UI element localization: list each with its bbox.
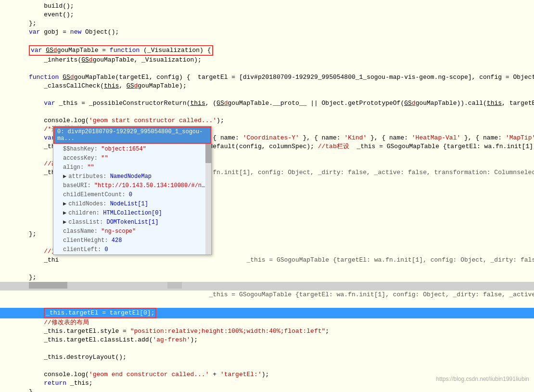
- debug-tooltip[interactable]: 0: div#p20180709-192929_995054800_1_sogo…: [53, 126, 212, 255]
- tooltip-row: className: "ng-scope": [55, 227, 209, 236]
- code-line: _thi _this = GSogouMapTable {targetEl: w…: [0, 256, 534, 265]
- tooltip-row: ▶children: HTMLCollection[0]: [55, 209, 209, 218]
- code-line: _this.targetEl.classList.add('ag-fresh')…: [0, 336, 534, 344]
- tooltip-row: baseURI: "http://10.143.50.134:10080/#/n…: [55, 181, 209, 190]
- code-line: [0, 64, 534, 73]
- watermark: https://blog.csdn.net/liubin1991liubin: [436, 376, 529, 382]
- tooltip-row: clientLeft: 0: [55, 245, 209, 254]
- tooltip-row: align: "": [55, 163, 209, 172]
- code-line: _this = GSogouMapTable {targetEl: wa.fn.…: [0, 291, 534, 299]
- tooltip-header: 0: div#p20180709-192929_995054800_1_sogo…: [53, 126, 211, 144]
- scrollbar-thumb[interactable]: [205, 144, 211, 163]
- code-line: [0, 108, 534, 116]
- code-line: _this.destroyLayout();: [0, 353, 534, 362]
- tooltip-row: accessKey: "": [55, 154, 209, 163]
- tooltip-row: childElementCount: 0: [55, 190, 209, 200]
- tooltip-body: $$hashKey: "object:1654" accessKey: "" a…: [53, 144, 211, 254]
- code-line: };: [0, 273, 534, 282]
- code-line: build();: [0, 2, 534, 11]
- code-container: build(); event(); }; var gobj = new Obje…: [0, 0, 534, 392]
- code-line: function GSdgouMapTable(targetEl, config…: [0, 73, 534, 82]
- tooltip-row: ▶attributes: NamedNodeMap: [55, 172, 209, 181]
- code-line: [0, 299, 534, 308]
- code-line: [0, 344, 534, 353]
- tooltip-scrollbar[interactable]: [205, 144, 211, 254]
- code-line: };: [0, 19, 534, 28]
- code-line: [0, 282, 534, 291]
- code-line: [0, 90, 534, 99]
- code-line: [0, 265, 534, 273]
- highlighted-assignment-line: _this.targetEl = targetEl[0];: [0, 308, 534, 318]
- tooltip-row: $$hashKey: "object:1654": [55, 145, 209, 154]
- code-line: console.log('geom start constructor call…: [0, 116, 534, 125]
- code-line: _inherits(GSdgouMapTable, _Visualization…: [0, 56, 534, 64]
- code-line: _this.targetEl.style = "position:relativ…: [0, 327, 534, 336]
- code-line: var _this = _possibleConstructorReturn(t…: [0, 99, 534, 108]
- code-area[interactable]: build(); event(); }; var gobj = new Obje…: [0, 0, 534, 392]
- tooltip-row: clientHeight: 428: [55, 236, 209, 245]
- code-line: event();: [0, 11, 534, 19]
- function-def-line: var GSdgouMapTable = function (_Visualiz…: [0, 45, 534, 56]
- tooltip-row: ▶childNodes: NodeList[1]: [55, 200, 209, 209]
- tooltip-row: ▶classList: DOMTokenList[1]: [55, 218, 209, 227]
- code-line: var gobj = new Object();: [0, 28, 534, 37]
- code-line: _classCallCheck(this, GSdgouMapTable);: [0, 82, 534, 90]
- code-line: [0, 362, 534, 370]
- code-line: }: [0, 388, 534, 392]
- code-line: [0, 37, 534, 45]
- code-line: //修改表的布局: [0, 318, 534, 327]
